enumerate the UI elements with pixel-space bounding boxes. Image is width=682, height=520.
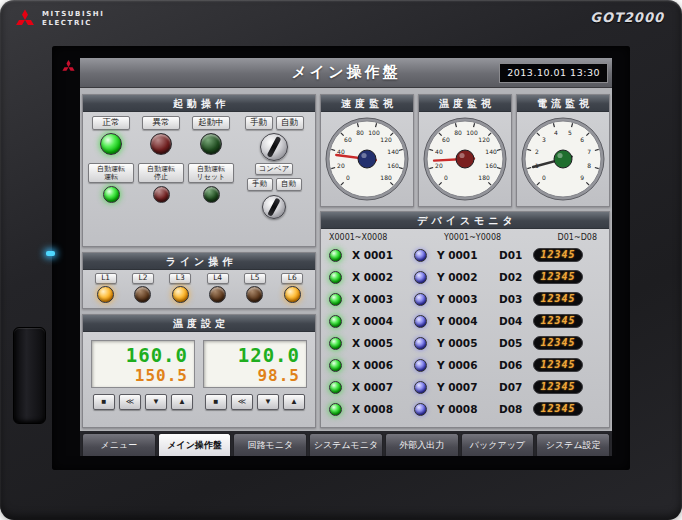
- indicator-lamp: [200, 133, 222, 155]
- svg-text:60: 60: [442, 136, 450, 143]
- x-indicator-lamp: [329, 315, 342, 328]
- lamp-label: 自動運転 リセット: [188, 163, 234, 183]
- svg-text:9: 9: [580, 174, 584, 181]
- svg-text:3: 3: [542, 136, 546, 143]
- tab-system-monitor[interactable]: システムモニタ: [309, 433, 383, 456]
- run-mode-labels: 手動 自動: [245, 116, 304, 130]
- svg-text:40: 40: [435, 148, 443, 155]
- y-device-label: Y 0002: [437, 271, 491, 283]
- startup-lamp-group: 起動中: [192, 114, 230, 155]
- conveyor-selector-group: コンベア 手動 自動: [236, 161, 312, 219]
- hmi-device: MITSUBISHI ELECTRIC GOT2000 メイン操作盤 2013.…: [0, 0, 682, 520]
- svg-text:160: 160: [387, 162, 399, 169]
- x-device-label: X 0005: [352, 337, 406, 349]
- tab-system-settings[interactable]: システム設定: [536, 433, 610, 456]
- tab-circuit-monitor[interactable]: 回路モニタ: [233, 433, 307, 456]
- line-button-label: L3: [169, 273, 191, 284]
- tab-backup[interactable]: バックアップ: [461, 433, 535, 456]
- line-button-l1[interactable]: [97, 286, 114, 303]
- line-button-label: L1: [95, 273, 117, 284]
- temp-stop-button[interactable]: ■: [205, 394, 227, 410]
- temp-pv-value: 160.0: [98, 344, 188, 366]
- temp-up-button[interactable]: ▲: [283, 394, 305, 410]
- conveyor-mode-labels: 手動 自動: [247, 178, 302, 191]
- d-value-display: 12345: [533, 270, 583, 284]
- temp-setting-panel-title: 温度設定: [83, 315, 315, 332]
- conveyor-selector-knob[interactable]: [262, 195, 286, 219]
- line-button-label: L5: [244, 273, 266, 284]
- x-device-label: X 0007: [352, 381, 406, 393]
- temp-down-button[interactable]: ▼: [257, 394, 279, 410]
- temp-controller-2: 120.098.5■≪▼▲: [203, 340, 307, 419]
- line-button-group: L5: [236, 273, 273, 305]
- run-mode-selector-knob[interactable]: [260, 133, 288, 161]
- selector-lever: [267, 198, 280, 217]
- x-device-label: X 0001: [352, 249, 406, 261]
- line-ops-panel-title: ライン操作: [83, 253, 315, 270]
- y-column-header: Y0001~Y0008: [444, 233, 501, 242]
- temp-down-button[interactable]: ▼: [145, 394, 167, 410]
- svg-text:120: 120: [380, 136, 392, 143]
- startup-lamps-row1: 正常異常起動中: [86, 114, 236, 155]
- svg-text:6: 6: [580, 136, 584, 143]
- corner-badge: [57, 54, 79, 78]
- x-indicator-lamp: [329, 271, 342, 284]
- indicator-lamp: [103, 186, 120, 203]
- svg-text:160: 160: [485, 162, 497, 169]
- startup-lamp-group: 自動運転 リセット: [188, 161, 234, 203]
- tab-external-io[interactable]: 外部入出力: [385, 433, 459, 456]
- startup-lamp-group: 自動運転 停止: [138, 161, 184, 203]
- x-indicator-lamp: [329, 293, 342, 306]
- svg-text:0: 0: [346, 174, 350, 181]
- conveyor-label: コンベア: [255, 163, 294, 176]
- temp-stop-button[interactable]: ■: [93, 394, 115, 410]
- line-buttons: L1L2L3L4L5L6: [83, 270, 315, 308]
- startup-panel: 起動操作 正常異常起動中 手動 自動 自動運転 運転自動運: [82, 94, 316, 247]
- title-bar: メイン操作盤 2013.10.01 13:30: [80, 58, 612, 88]
- monitor-row: X 0005Y 0005D0512345: [329, 332, 601, 354]
- page-title: メイン操作盤: [291, 63, 400, 82]
- line-button-l6[interactable]: [284, 286, 301, 303]
- svg-text:140: 140: [387, 148, 399, 155]
- svg-text:100: 100: [368, 129, 380, 136]
- y-device-label: Y 0003: [437, 293, 491, 305]
- device-monitor-title: デバイスモニタ: [321, 212, 609, 229]
- x-device-label: X 0008: [352, 403, 406, 415]
- startup-row1: 正常異常起動中 手動 自動: [86, 114, 312, 161]
- svg-text:5: 5: [568, 129, 572, 136]
- y-indicator-lamp: [414, 359, 427, 372]
- card-slot: [13, 327, 46, 424]
- startup-lamp-group: 異常: [142, 114, 180, 155]
- temp-shift-button[interactable]: ≪: [231, 394, 253, 410]
- temp-pv-value: 120.0: [210, 344, 300, 366]
- brand-line2: ELECTRIC: [42, 19, 105, 28]
- y-indicator-lamp: [414, 315, 427, 328]
- x-column-header: X0001~X0008: [329, 233, 387, 242]
- monitor-row: X 0007Y 0007D0712345: [329, 376, 601, 398]
- svg-text:20: 20: [435, 162, 443, 169]
- gauge-row: 速度監視020406080100120140160180温度監視02040608…: [320, 94, 610, 207]
- svg-text:80: 80: [454, 129, 462, 136]
- svg-text:180: 180: [380, 174, 392, 181]
- x-indicator-lamp: [329, 403, 342, 416]
- temp-sv-value: 150.5: [98, 366, 188, 385]
- temp-shift-button[interactable]: ≪: [119, 394, 141, 410]
- conveyor-auto-label: 自動: [276, 178, 302, 191]
- tab-bar: メニューメイン操作盤回路モニタシステムモニタ外部入出力バックアップシステム設定: [80, 431, 612, 456]
- temp-display: 160.0150.5: [91, 340, 195, 388]
- temp-up-button[interactable]: ▲: [171, 394, 193, 410]
- temp-buttons: ■≪▼▲: [91, 394, 195, 410]
- indicator-lamp: [100, 133, 122, 155]
- line-button-group: L2: [124, 273, 161, 305]
- line-button-l3[interactable]: [172, 286, 189, 303]
- line-button-l5[interactable]: [246, 286, 263, 303]
- line-button-l4[interactable]: [209, 286, 226, 303]
- startup-panel-title: 起動操作: [83, 95, 315, 112]
- model-label: GOT2000: [590, 10, 664, 25]
- line-button-l2[interactable]: [134, 286, 151, 303]
- tab-menu[interactable]: メニュー: [82, 433, 156, 456]
- line-button-label: L6: [281, 273, 303, 284]
- diamond-logo-icon: [61, 59, 76, 74]
- tab-main-panel[interactable]: メイン操作盤: [158, 433, 232, 456]
- gauge-dial: 020406080100120140160180: [421, 115, 509, 203]
